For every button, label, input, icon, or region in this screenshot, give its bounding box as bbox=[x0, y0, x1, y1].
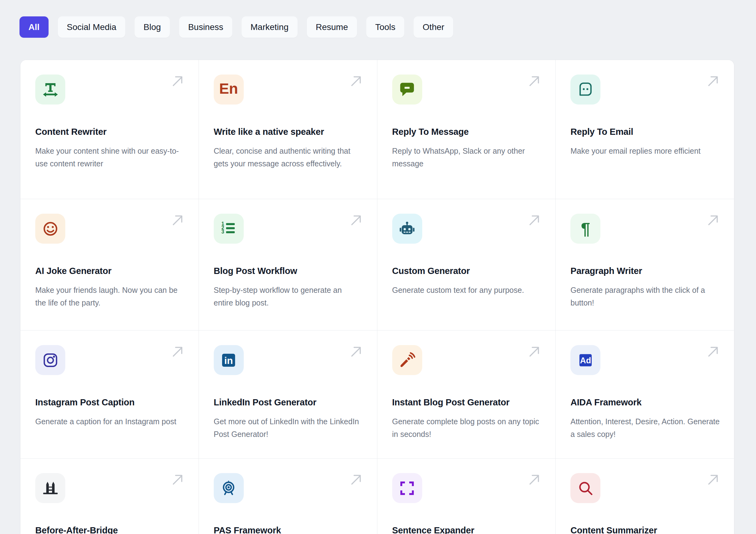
template-description: Attention, Interest, Desire, Action. Gen… bbox=[570, 415, 720, 441]
bridge-icon bbox=[42, 480, 59, 497]
template-description: Make your friends laugh. Now you can be … bbox=[35, 284, 184, 309]
arrow-up-right-icon[interactable] bbox=[527, 472, 542, 487]
linkedin-icon: in bbox=[220, 352, 237, 369]
numbered-list-icon: 123 bbox=[220, 220, 237, 237]
pilcrow-icon: ¶ bbox=[577, 220, 594, 237]
template-card-pas-framework[interactable]: PAS Framework bbox=[199, 459, 377, 534]
arrow-up-right-icon[interactable] bbox=[170, 213, 185, 227]
template-card-blog-post-workflow[interactable]: 123 Blog Post Workflow Step-by-step work… bbox=[199, 199, 377, 331]
icon-tile bbox=[35, 473, 65, 503]
arrow-up-right-icon[interactable] bbox=[527, 213, 542, 227]
template-card-reply-to-message[interactable]: Reply To Message Reply to WhatsApp, Slac… bbox=[377, 60, 556, 199]
template-card-aida-framework[interactable]: Ad AIDA Framework Attention, Interest, D… bbox=[555, 331, 734, 459]
template-title: Content Rewriter bbox=[35, 127, 184, 137]
icon-tile bbox=[570, 473, 600, 503]
template-title: Reply To Message bbox=[392, 127, 541, 137]
icon-tile bbox=[35, 345, 65, 375]
svg-text:En: En bbox=[220, 81, 237, 97]
svg-text:Ad: Ad bbox=[580, 356, 591, 365]
instagram-icon bbox=[42, 352, 59, 369]
arrow-up-right-icon[interactable] bbox=[527, 74, 542, 89]
template-title: LinkedIn Post Generator bbox=[214, 397, 363, 408]
template-description: Generate custom text for any purpose. bbox=[392, 284, 541, 297]
arrow-up-right-icon[interactable] bbox=[170, 74, 185, 89]
icon-tile bbox=[214, 473, 244, 503]
template-card-linkedin-post-generator[interactable]: in LinkedIn Post Generator Get more out … bbox=[199, 331, 377, 459]
template-title: Reply To Email bbox=[570, 127, 720, 137]
template-card-custom-generator[interactable]: Custom Generator Generate custom text fo… bbox=[377, 199, 556, 331]
template-description: Reply to WhatsApp, Slack or any other me… bbox=[392, 145, 541, 170]
svg-text:¶: ¶ bbox=[581, 220, 590, 237]
template-card-paragraph-writer[interactable]: ¶ Paragraph Writer Generate paragraphs w… bbox=[555, 199, 734, 331]
templates-grid: Content Rewriter Make your content shine… bbox=[20, 60, 734, 534]
template-title: Custom Generator bbox=[392, 266, 541, 276]
template-title: PAS Framework bbox=[214, 525, 363, 534]
filter-blog[interactable]: Blog bbox=[135, 16, 170, 38]
template-description: Generate complete blog posts on any topi… bbox=[392, 415, 541, 441]
arrow-up-right-icon[interactable] bbox=[706, 74, 720, 89]
arrow-up-right-icon[interactable] bbox=[706, 213, 720, 227]
ad-badge-icon: Ad bbox=[577, 352, 594, 369]
template-title: Before-After-Bridge bbox=[35, 525, 184, 534]
template-card-write-like-a-native-speaker[interactable]: En Write like a native speaker Clear, co… bbox=[199, 60, 377, 199]
arrow-up-right-icon[interactable] bbox=[349, 344, 364, 359]
svg-text:in: in bbox=[224, 355, 233, 366]
template-card-instant-blog-post-generator[interactable]: Instant Blog Post Generator Generate com… bbox=[377, 331, 556, 459]
filter-business[interactable]: Business bbox=[179, 16, 232, 38]
template-description: Get more out of LinkedIn with the Linked… bbox=[214, 415, 363, 441]
template-card-ai-joke-generator[interactable]: AI Joke Generator Make your friends laug… bbox=[20, 199, 199, 331]
template-title: Write like a native speaker bbox=[214, 127, 363, 137]
template-card-before-after-bridge[interactable]: Before-After-Bridge bbox=[20, 459, 199, 534]
icon-tile bbox=[35, 74, 65, 104]
template-card-content-rewriter[interactable]: Content Rewriter Make your content shine… bbox=[20, 60, 199, 199]
icon-tile bbox=[392, 74, 422, 104]
template-title: Blog Post Workflow bbox=[214, 266, 363, 276]
arrow-up-right-icon[interactable] bbox=[706, 472, 720, 487]
filter-social-media[interactable]: Social Media bbox=[58, 16, 125, 38]
icon-tile: En bbox=[214, 74, 244, 104]
icon-tile: Ad bbox=[570, 345, 600, 375]
magnifier-icon bbox=[577, 480, 594, 497]
template-description: Make your content shine with our easy-to… bbox=[35, 145, 184, 170]
filter-resume[interactable]: Resume bbox=[307, 16, 357, 38]
pen-signal-icon bbox=[398, 352, 416, 369]
arrow-up-right-icon[interactable] bbox=[349, 213, 364, 227]
arrow-up-right-icon[interactable] bbox=[349, 74, 364, 89]
icon-tile: ¶ bbox=[570, 214, 600, 244]
chat-face-icon bbox=[577, 81, 594, 98]
filter-marketing[interactable]: Marketing bbox=[242, 16, 298, 38]
template-description: Step-by-step workflow to generate an ent… bbox=[214, 284, 363, 309]
chat-bubble-icon bbox=[398, 81, 416, 98]
arrow-up-right-icon[interactable] bbox=[349, 472, 364, 487]
text-width-icon bbox=[42, 81, 59, 98]
arrow-up-right-icon[interactable] bbox=[170, 344, 185, 359]
language-en-icon: En bbox=[220, 81, 237, 98]
arrow-up-right-icon[interactable] bbox=[527, 344, 542, 359]
icon-tile bbox=[570, 74, 600, 104]
arrow-up-right-icon[interactable] bbox=[170, 472, 185, 487]
expand-icon bbox=[398, 480, 416, 497]
smiley-icon bbox=[42, 220, 59, 237]
icon-tile bbox=[392, 473, 422, 503]
template-description: Make your email replies more efficient bbox=[570, 145, 720, 157]
template-card-reply-to-email[interactable]: Reply To Email Make your email replies m… bbox=[555, 60, 734, 199]
filter-all[interactable]: All bbox=[19, 16, 48, 38]
template-card-instagram-post-caption[interactable]: Instagram Post Caption Generate a captio… bbox=[20, 331, 199, 459]
filter-other[interactable]: Other bbox=[414, 16, 453, 38]
filter-bar: AllSocial MediaBlogBusinessMarketingResu… bbox=[19, 16, 756, 38]
template-title: AIDA Framework bbox=[570, 397, 720, 408]
template-card-sentence-expander[interactable]: Sentence Expander bbox=[377, 459, 556, 534]
icon-tile bbox=[35, 214, 65, 244]
icon-tile bbox=[392, 345, 422, 375]
filter-tools[interactable]: Tools bbox=[366, 16, 404, 38]
template-title: Instant Blog Post Generator bbox=[392, 397, 541, 408]
template-title: AI Joke Generator bbox=[35, 266, 184, 276]
template-card-content-summarizer[interactable]: Content Summarizer bbox=[555, 459, 734, 534]
template-title: Paragraph Writer bbox=[570, 266, 720, 276]
robot-icon bbox=[398, 220, 416, 237]
svg-text:3: 3 bbox=[222, 229, 224, 234]
icon-tile: 123 bbox=[214, 214, 244, 244]
arrow-up-right-icon[interactable] bbox=[706, 344, 720, 359]
template-description: Clear, concise and authentic writing tha… bbox=[214, 145, 363, 170]
template-description: Generate a caption for an Instagram post bbox=[35, 415, 184, 428]
